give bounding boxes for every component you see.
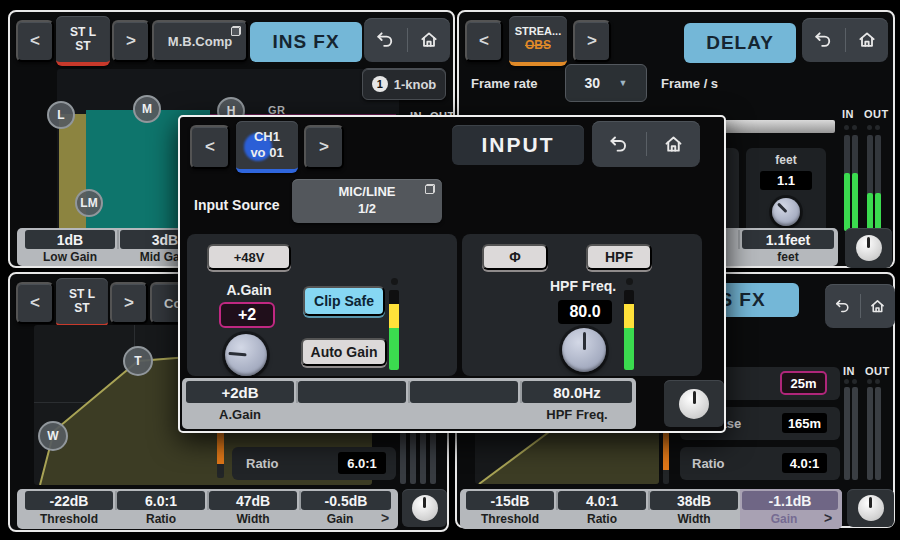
undo-icon[interactable] xyxy=(813,30,833,50)
touch-and-turn-knob[interactable] xyxy=(664,380,724,427)
feet-knob[interactable] xyxy=(772,198,800,226)
ratio-footer-label: Ratio xyxy=(117,512,205,526)
empty-footer-cell[interactable] xyxy=(298,381,406,403)
clip-indicator xyxy=(391,278,398,285)
width-label: Width xyxy=(209,512,297,526)
clip-indicator xyxy=(875,379,880,384)
frame-rate-label: Frame rate xyxy=(471,76,537,91)
threshold-value[interactable]: -15dB xyxy=(466,491,554,510)
out-meter-label: OUT xyxy=(864,108,889,120)
channel-select-button[interactable]: ST L ST xyxy=(56,16,110,66)
prev-channel-button[interactable]: < xyxy=(16,20,54,62)
channel-patch: OBS xyxy=(525,38,551,52)
chevron-right-icon: > xyxy=(126,31,136,51)
threshold-value[interactable]: -22dB xyxy=(25,491,113,510)
width-value[interactable]: 47dB xyxy=(209,491,297,510)
low-band-handle[interactable]: L xyxy=(47,101,75,129)
again-knob[interactable] xyxy=(225,334,267,376)
nav-group xyxy=(802,18,888,62)
ratio-footer-value[interactable]: 4.0:1 xyxy=(558,491,646,510)
prev-channel-button[interactable]: < xyxy=(16,282,54,324)
width-handle[interactable]: W xyxy=(38,421,68,451)
undo-icon[interactable] xyxy=(608,134,629,155)
threshold-label: Threshold xyxy=(25,512,113,526)
nav-group xyxy=(825,284,895,328)
one-knob-label: 1-knob xyxy=(394,77,437,92)
gain-cell-selected: -1.1dB Gain > xyxy=(740,489,842,529)
auto-gain-button[interactable]: Auto Gain xyxy=(301,338,387,366)
touch-and-turn-knob[interactable] xyxy=(847,489,894,527)
channel-select-button[interactable]: STREA... OBS xyxy=(509,16,567,66)
clip-indicator xyxy=(875,125,880,130)
mid-band-handle[interactable]: M xyxy=(133,95,161,123)
touch-and-turn-knob[interactable] xyxy=(845,228,892,268)
clip-indicator xyxy=(844,379,849,384)
prev-channel-button[interactable]: < xyxy=(465,20,503,62)
mixer-multi-screen: < ST L ST > M.B.Comp INS FX L M H LM 1 1… xyxy=(0,0,900,540)
gain-label: Gain xyxy=(301,512,379,526)
undo-icon[interactable] xyxy=(834,298,851,315)
one-knob-button[interactable]: 1 1-knob xyxy=(362,68,446,100)
hpf-footer-value[interactable]: 80.0Hz xyxy=(522,381,632,403)
chevron-left-icon: < xyxy=(205,137,215,157)
undo-icon[interactable] xyxy=(375,30,395,50)
home-icon[interactable] xyxy=(419,30,439,50)
parameter-footer: -15dB Threshold 4.0:1 Ratio 38dB Width -… xyxy=(460,489,842,529)
home-icon[interactable] xyxy=(857,30,877,50)
empty-footer-cell[interactable] xyxy=(410,381,518,403)
clip-indicator xyxy=(626,278,633,285)
in-meter-r xyxy=(410,432,416,484)
hpf-freq-value[interactable]: 80.0 xyxy=(558,300,612,324)
attack-value[interactable]: 25m xyxy=(780,371,827,395)
in-meter-l xyxy=(844,387,850,480)
ratio-label: Ratio xyxy=(246,456,279,471)
hpf-freq-knob[interactable] xyxy=(562,328,606,372)
next-channel-button[interactable]: > xyxy=(573,20,611,62)
more-params-arrow[interactable]: > xyxy=(381,510,389,526)
clip-safe-button[interactable]: Clip Safe xyxy=(303,286,385,316)
frame-rate-dropdown[interactable]: 30 ▼ xyxy=(565,64,647,102)
channel-label: vo 01 xyxy=(250,145,283,161)
popup-title: INPUT xyxy=(452,125,584,165)
feet-footer-value[interactable]: 1.1feet xyxy=(742,230,834,249)
again-value[interactable]: +2 xyxy=(219,302,275,328)
low-gain-value[interactable]: 1dB xyxy=(25,230,115,249)
hpf-button[interactable]: HPF xyxy=(586,244,652,270)
gain-value[interactable]: -1.1dB xyxy=(742,491,838,510)
ratio-value[interactable]: 4.0:1 xyxy=(782,453,827,473)
input-source-button[interactable]: MIC/LINE 1/2 xyxy=(292,179,442,223)
gain-value[interactable]: -0.5dB xyxy=(301,491,391,510)
nav-group xyxy=(364,18,450,62)
feet-value[interactable]: 1.1 xyxy=(760,171,812,190)
clip-indicator xyxy=(867,125,872,130)
width-value[interactable]: 38dB xyxy=(650,491,738,510)
next-channel-button[interactable]: > xyxy=(112,20,150,62)
more-params-arrow[interactable]: > xyxy=(824,510,832,526)
channel-select-button[interactable]: CH1 vo 01 xyxy=(236,121,298,173)
phase-button[interactable]: Φ xyxy=(482,244,548,270)
fx-preset-button[interactable]: M.B.Comp xyxy=(152,20,248,62)
low-mid-crossover-handle[interactable]: LM xyxy=(75,189,103,217)
ratio-value[interactable]: 6.0:1 xyxy=(338,452,386,474)
chevron-right-icon: > xyxy=(587,31,597,51)
next-channel-button[interactable]: > xyxy=(110,282,148,324)
channel-name: ST L xyxy=(70,25,96,39)
home-icon[interactable] xyxy=(663,134,684,155)
out-meter-l xyxy=(867,387,873,480)
divider xyxy=(407,28,408,52)
touch-and-turn-knob[interactable] xyxy=(402,489,447,527)
release-value[interactable]: 165m xyxy=(782,413,827,433)
page-title: INS FX xyxy=(250,22,362,62)
chevron-left-icon: < xyxy=(30,293,40,313)
chevron-right-icon: > xyxy=(319,137,329,157)
phantom-power-button[interactable]: +48V xyxy=(207,244,291,270)
channel-select-button[interactable]: ST L ST xyxy=(56,278,108,328)
prev-channel-button[interactable]: < xyxy=(190,125,230,169)
again-footer-value[interactable]: +2dB xyxy=(186,381,294,403)
next-channel-button[interactable]: > xyxy=(304,125,344,169)
threshold-handle[interactable]: T xyxy=(123,346,153,376)
frame-unit-label: Frame / s xyxy=(661,76,718,91)
ratio-footer-value[interactable]: 6.0:1 xyxy=(117,491,205,510)
home-icon[interactable] xyxy=(869,298,886,315)
gain-label: Gain xyxy=(742,512,826,526)
